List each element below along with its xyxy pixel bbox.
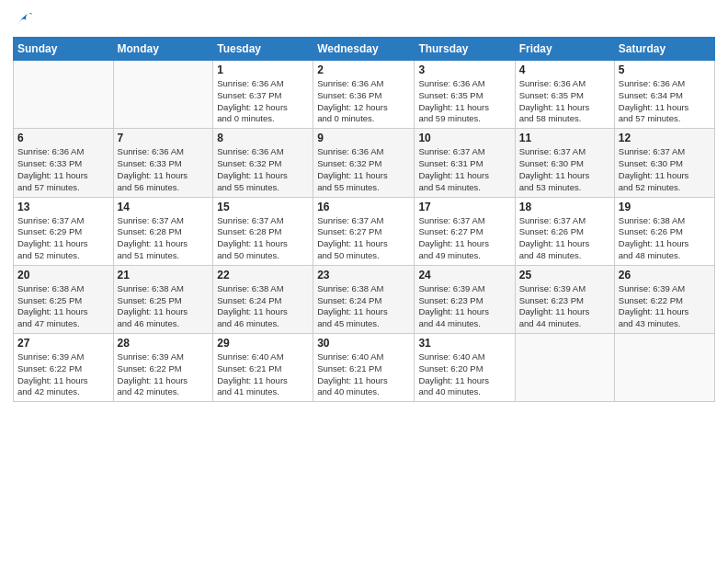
day-info: Sunrise: 6:40 AM Sunset: 6:21 PM Dayligh… [217,351,309,398]
day-number: 22 [217,269,309,282]
day-info: Sunrise: 6:39 AM Sunset: 6:23 PM Dayligh… [519,283,610,330]
day-number: 14 [118,201,210,213]
day-number: 19 [619,201,711,213]
day-info: Sunrise: 6:39 AM Sunset: 6:23 PM Dayligh… [418,283,510,330]
day-number: 21 [118,269,210,282]
calendar-cell: 4Sunrise: 6:36 AM Sunset: 6:35 PM Daylig… [515,61,614,129]
day-number: 13 [17,201,109,213]
day-info: Sunrise: 6:39 AM Sunset: 6:22 PM Dayligh… [619,283,711,330]
day-info: Sunrise: 6:36 AM Sunset: 6:35 PM Dayligh… [418,78,510,125]
day-info: Sunrise: 6:36 AM Sunset: 6:37 PM Dayligh… [217,78,309,125]
calendar-cell: 19Sunrise: 6:38 AM Sunset: 6:26 PM Dayli… [614,197,714,265]
day-number: 28 [118,337,210,350]
day-info: Sunrise: 6:37 AM Sunset: 6:30 PM Dayligh… [519,146,610,193]
day-info: Sunrise: 6:39 AM Sunset: 6:22 PM Dayligh… [17,351,109,398]
calendar-cell: 31Sunrise: 6:40 AM Sunset: 6:20 PM Dayli… [415,334,515,402]
calendar-cell: 23Sunrise: 6:38 AM Sunset: 6:24 PM Dayli… [313,265,415,333]
day-info: Sunrise: 6:37 AM Sunset: 6:27 PM Dayligh… [317,215,410,262]
weekday-header-wednesday: Wednesday [313,38,415,61]
logo [13,9,35,29]
calendar-week-3: 13Sunrise: 6:37 AM Sunset: 6:29 PM Dayli… [14,197,715,265]
day-number: 4 [519,63,610,76]
day-number: 30 [317,337,410,350]
calendar-cell: 13Sunrise: 6:37 AM Sunset: 6:29 PM Dayli… [14,197,114,265]
calendar-cell [614,334,714,402]
day-info: Sunrise: 6:39 AM Sunset: 6:22 PM Dayligh… [118,351,210,398]
day-number: 15 [217,201,309,213]
day-number: 31 [418,337,510,350]
calendar-cell: 9Sunrise: 6:36 AM Sunset: 6:32 PM Daylig… [313,129,415,197]
day-info: Sunrise: 6:40 AM Sunset: 6:21 PM Dayligh… [317,351,410,398]
day-info: Sunrise: 6:36 AM Sunset: 6:33 PM Dayligh… [118,146,210,193]
calendar-cell: 10Sunrise: 6:37 AM Sunset: 6:31 PM Dayli… [415,129,515,197]
day-number: 25 [519,269,610,282]
day-number: 11 [519,132,610,144]
calendar-cell: 17Sunrise: 6:37 AM Sunset: 6:27 PM Dayli… [415,197,515,265]
logo-bird-icon [13,9,33,29]
day-number: 2 [317,63,410,76]
weekday-header-thursday: Thursday [415,38,515,61]
calendar-cell: 28Sunrise: 6:39 AM Sunset: 6:22 PM Dayli… [113,334,213,402]
calendar-week-4: 20Sunrise: 6:38 AM Sunset: 6:25 PM Dayli… [14,265,715,333]
day-number: 5 [619,63,711,76]
calendar-cell: 2Sunrise: 6:36 AM Sunset: 6:36 PM Daylig… [313,61,415,129]
day-number: 3 [418,63,510,76]
day-number: 16 [317,201,410,213]
calendar-table: SundayMondayTuesdayWednesdayThursdayFrid… [13,37,715,402]
page-header [13,9,715,29]
day-info: Sunrise: 6:37 AM Sunset: 6:27 PM Dayligh… [418,215,510,262]
day-info: Sunrise: 6:36 AM Sunset: 6:35 PM Dayligh… [519,78,610,125]
calendar-cell [14,61,114,129]
day-info: Sunrise: 6:36 AM Sunset: 6:33 PM Dayligh… [17,146,109,193]
day-number: 10 [418,132,510,144]
day-info: Sunrise: 6:36 AM Sunset: 6:32 PM Dayligh… [217,146,309,193]
calendar-cell: 22Sunrise: 6:38 AM Sunset: 6:24 PM Dayli… [213,265,313,333]
day-info: Sunrise: 6:37 AM Sunset: 6:30 PM Dayligh… [619,146,711,193]
day-number: 23 [317,269,410,282]
day-number: 12 [619,132,711,144]
calendar-cell: 24Sunrise: 6:39 AM Sunset: 6:23 PM Dayli… [415,265,515,333]
day-info: Sunrise: 6:38 AM Sunset: 6:24 PM Dayligh… [317,283,410,330]
day-info: Sunrise: 6:36 AM Sunset: 6:34 PM Dayligh… [619,78,711,125]
calendar-cell: 21Sunrise: 6:38 AM Sunset: 6:25 PM Dayli… [113,265,213,333]
day-info: Sunrise: 6:36 AM Sunset: 6:32 PM Dayligh… [317,146,410,193]
calendar-cell: 12Sunrise: 6:37 AM Sunset: 6:30 PM Dayli… [614,129,714,197]
calendar-cell: 6Sunrise: 6:36 AM Sunset: 6:33 PM Daylig… [14,129,114,197]
calendar-cell: 29Sunrise: 6:40 AM Sunset: 6:21 PM Dayli… [213,334,313,402]
calendar-cell: 7Sunrise: 6:36 AM Sunset: 6:33 PM Daylig… [113,129,213,197]
day-number: 8 [217,132,309,144]
day-number: 18 [519,201,610,213]
day-number: 7 [118,132,210,144]
calendar-cell: 18Sunrise: 6:37 AM Sunset: 6:26 PM Dayli… [515,197,614,265]
day-number: 29 [217,337,309,350]
day-info: Sunrise: 6:38 AM Sunset: 6:26 PM Dayligh… [619,215,711,262]
day-number: 17 [418,201,510,213]
day-info: Sunrise: 6:38 AM Sunset: 6:24 PM Dayligh… [217,283,309,330]
calendar-week-2: 6Sunrise: 6:36 AM Sunset: 6:33 PM Daylig… [14,129,715,197]
day-info: Sunrise: 6:37 AM Sunset: 6:28 PM Dayligh… [118,215,210,262]
calendar-cell: 15Sunrise: 6:37 AM Sunset: 6:28 PM Dayli… [213,197,313,265]
weekday-header-saturday: Saturday [614,38,714,61]
day-info: Sunrise: 6:37 AM Sunset: 6:29 PM Dayligh… [17,215,109,262]
weekday-header-friday: Friday [515,38,614,61]
day-info: Sunrise: 6:37 AM Sunset: 6:28 PM Dayligh… [217,215,309,262]
calendar-cell [113,61,213,129]
calendar-cell [515,334,614,402]
day-number: 26 [619,269,711,282]
calendar-cell: 30Sunrise: 6:40 AM Sunset: 6:21 PM Dayli… [313,334,415,402]
day-number: 6 [17,132,109,144]
day-number: 20 [17,269,109,282]
day-info: Sunrise: 6:40 AM Sunset: 6:20 PM Dayligh… [418,351,510,398]
day-info: Sunrise: 6:37 AM Sunset: 6:31 PM Dayligh… [418,146,510,193]
day-number: 24 [418,269,510,282]
day-number: 1 [217,63,309,76]
weekday-header-tuesday: Tuesday [213,38,313,61]
calendar-cell: 5Sunrise: 6:36 AM Sunset: 6:34 PM Daylig… [614,61,714,129]
day-info: Sunrise: 6:36 AM Sunset: 6:36 PM Dayligh… [317,78,410,125]
weekday-header-sunday: Sunday [14,38,114,61]
calendar-week-5: 27Sunrise: 6:39 AM Sunset: 6:22 PM Dayli… [14,334,715,402]
weekday-header-monday: Monday [113,38,213,61]
calendar-cell: 26Sunrise: 6:39 AM Sunset: 6:22 PM Dayli… [614,265,714,333]
calendar-cell: 27Sunrise: 6:39 AM Sunset: 6:22 PM Dayli… [14,334,114,402]
day-info: Sunrise: 6:37 AM Sunset: 6:26 PM Dayligh… [519,215,610,262]
